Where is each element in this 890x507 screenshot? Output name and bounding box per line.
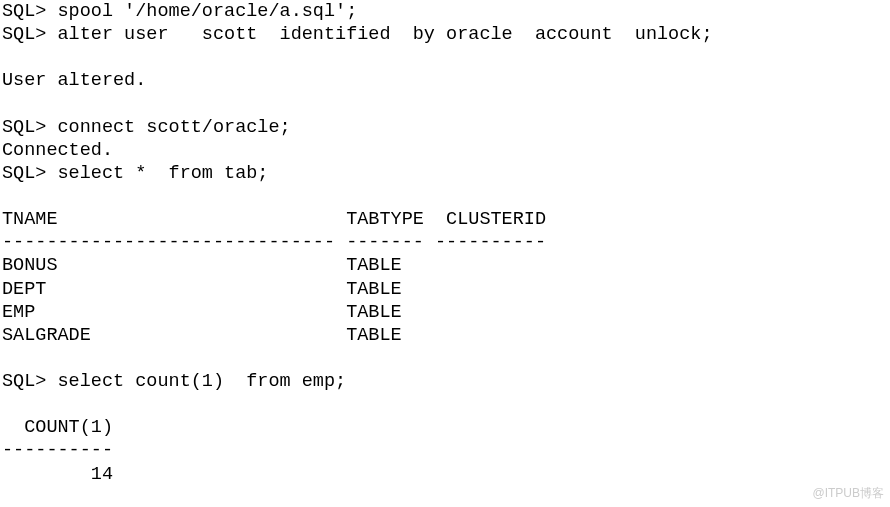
watermark: @ITPUB博客	[812, 486, 884, 501]
terminal-line: SQL> select count(1) from emp;	[2, 371, 346, 392]
terminal-line: SQL> alter user scott identified by orac…	[2, 24, 713, 45]
terminal-line: SQL> select * from tab;	[2, 163, 268, 184]
terminal-line: COUNT(1)	[2, 417, 113, 438]
terminal-line: DEPT TABLE	[2, 279, 402, 300]
terminal-line: BONUS TABLE	[2, 255, 402, 276]
terminal-line: ------------------------------ ------- -…	[2, 232, 546, 253]
terminal-output: SQL> spool '/home/oracle/a.sql'; SQL> al…	[0, 0, 890, 507]
terminal-line: Connected.	[2, 140, 113, 161]
terminal-line: TNAME TABTYPE CLUSTERID	[2, 209, 546, 230]
terminal-line: SALGRADE TABLE	[2, 325, 402, 346]
terminal-line: User altered.	[2, 70, 146, 91]
terminal-line: SQL> spool '/home/oracle/a.sql';	[2, 1, 357, 22]
terminal-line: EMP TABLE	[2, 302, 402, 323]
terminal-line: ----------	[2, 440, 113, 461]
terminal-line: 14	[2, 464, 113, 485]
terminal-line: SQL> connect scott/oracle;	[2, 117, 291, 138]
